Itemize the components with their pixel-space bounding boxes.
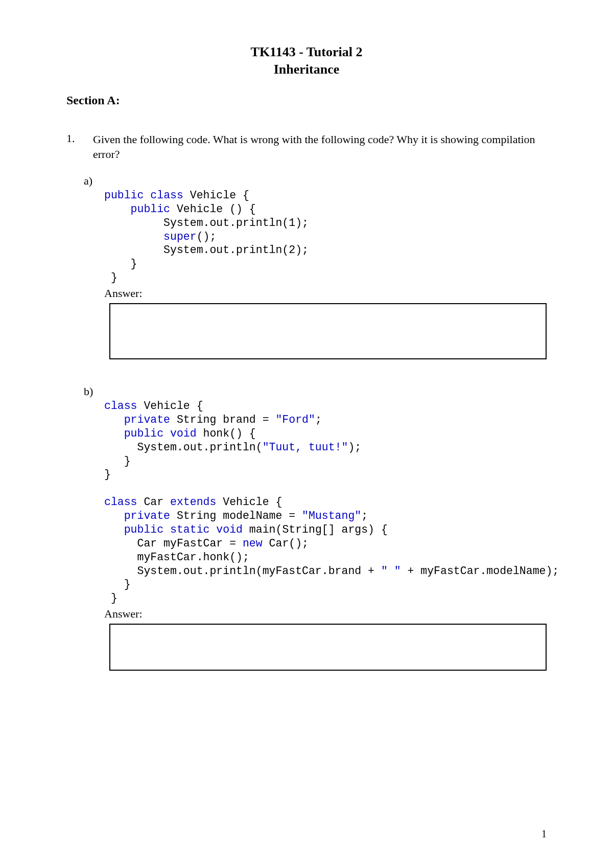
part-b-code: class Vehicle { private String brand = "… bbox=[104, 399, 547, 605]
title-line-2: Inheritance bbox=[274, 62, 340, 77]
part-a: a) public class Vehicle { public Vehicle… bbox=[84, 174, 547, 359]
question-1: 1. Given the following code. What is wro… bbox=[66, 132, 547, 162]
part-a-answer-box[interactable] bbox=[109, 303, 547, 359]
page-number: 1 bbox=[541, 828, 547, 840]
part-a-code: public class Vehicle { public Vehicle ()… bbox=[104, 189, 547, 285]
title-line-1: TK1143 - Tutorial 2 bbox=[251, 44, 363, 59]
question-number: 1. bbox=[66, 132, 79, 162]
question-text: Given the following code. What is wrong … bbox=[93, 132, 547, 162]
part-b-label: b) bbox=[84, 385, 547, 398]
section-a-heading: Section A: bbox=[66, 94, 547, 107]
question-lead: Given the following code bbox=[93, 133, 207, 146]
part-a-answer-label: Answer: bbox=[104, 287, 547, 300]
part-a-label: a) bbox=[84, 174, 547, 188]
doc-title: TK1143 - Tutorial 2 Inheritance bbox=[66, 43, 547, 78]
part-b-answer-label: Answer: bbox=[104, 607, 547, 621]
page: TK1143 - Tutorial 2 Inheritance Section … bbox=[0, 0, 613, 868]
part-b: b) class Vehicle { private String brand … bbox=[84, 385, 547, 671]
part-b-answer-box[interactable] bbox=[109, 624, 547, 671]
